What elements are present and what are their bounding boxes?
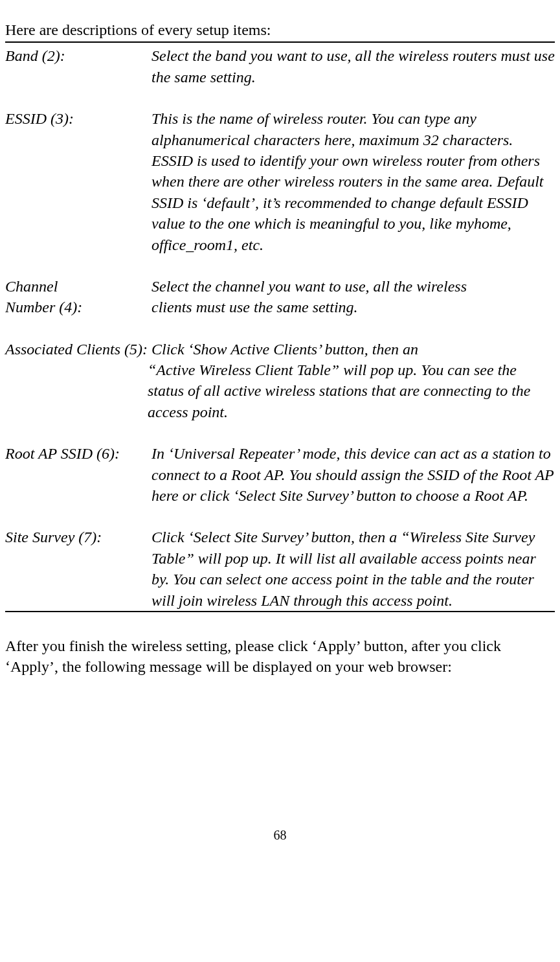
setup-items-table: Band (2): Select the band you want to us… xyxy=(5,45,555,612)
item-channel-label1: Channel xyxy=(5,276,151,297)
after-paragraph: After you finish the wireless setting, p… xyxy=(5,636,555,678)
page-number: 68 xyxy=(5,827,555,844)
item-channel-desc2: clients must use the same setting. xyxy=(151,297,555,317)
item-channel-label2: Number (4): xyxy=(5,297,151,317)
intro-heading: Here are descriptions of every setup ite… xyxy=(5,19,555,43)
item-rootap-desc: In ‘Universal Repeater’ mode, this devic… xyxy=(151,443,555,506)
item-associated-line1: Associated Clients (5): Click ‘Show Acti… xyxy=(5,339,555,360)
item-sitesurvey-desc: Click ‘Select Site Survey’ button, then … xyxy=(151,527,555,612)
item-rootap: Root AP SSID (6): In ‘Universal Repeater… xyxy=(5,443,555,506)
item-channel-line2: Number (4): clients must use the same se… xyxy=(5,297,555,317)
item-essid-label: ESSID (3): xyxy=(5,108,151,255)
item-essid: ESSID (3): This is the name of wireless … xyxy=(5,108,555,255)
item-sitesurvey: Site Survey (7): Click ‘Select Site Surv… xyxy=(5,527,555,612)
item-band-desc: Select the band you want to use, all the… xyxy=(151,45,555,87)
item-rootap-label: Root AP SSID (6): xyxy=(5,443,151,506)
item-associated-rest: “Active Wireless Client Table” will pop … xyxy=(148,360,555,422)
item-essid-desc: This is the name of wireless router. You… xyxy=(151,108,555,255)
item-band-label: Band (2): xyxy=(5,45,151,87)
item-channel-desc1: Select the channel you want to use, all … xyxy=(151,276,555,297)
item-channel-line1: Channel Select the channel you want to u… xyxy=(5,276,555,297)
item-sitesurvey-label: Site Survey (7): xyxy=(5,527,151,612)
item-band: Band (2): Select the band you want to us… xyxy=(5,45,555,87)
item-associated: Associated Clients (5): Click ‘Show Acti… xyxy=(5,339,555,423)
